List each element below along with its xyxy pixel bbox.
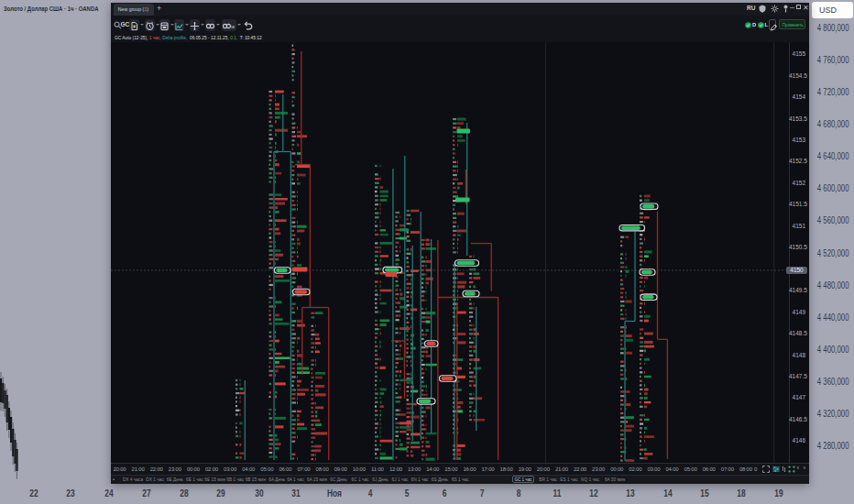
svg-text:w: w (230, 24, 235, 29)
